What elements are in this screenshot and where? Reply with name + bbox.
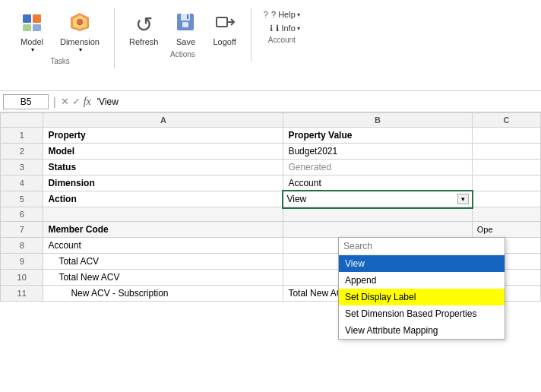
logoff-icon [214, 11, 236, 36]
svg-rect-0 [23, 14, 31, 23]
row-num-1: 1 [1, 128, 43, 144]
help-button[interactable]: ? ? Help ▾ [261, 9, 303, 20]
table-row: 6 [1, 207, 541, 222]
info-label: ℹ Info [276, 24, 295, 33]
cell-a4[interactable]: Dimension [43, 175, 283, 191]
ribbon-group-account: ? ? Help ▾ ℹ ℹ Info ▾ Account [252, 8, 312, 47]
corner-header [1, 113, 43, 128]
refresh-button[interactable]: ↺ Refresh [124, 12, 164, 49]
svg-rect-9 [181, 14, 190, 21]
ribbon: Model ▾ Dimension [0, 0, 541, 91]
table-row: 3 Status Generated [1, 160, 541, 175]
function-icon[interactable]: fx [84, 96, 91, 108]
col-header-b[interactable]: B [283, 113, 472, 128]
cell-b3[interactable]: Generated [283, 160, 472, 175]
row-num-3: 3 [1, 160, 43, 175]
row-num-10: 10 [1, 270, 43, 286]
logoff-button[interactable]: Logoff [207, 9, 241, 49]
save-button[interactable]: Save [169, 9, 201, 49]
cell-a3[interactable]: Status [43, 160, 283, 175]
table-row: 7 Member Code Ope [1, 222, 541, 238]
table-row: 2 Model Budget2021 [1, 144, 541, 160]
cancel-icon[interactable]: ✕ [61, 96, 69, 107]
cell-b6[interactable] [283, 207, 472, 222]
svg-rect-3 [33, 24, 41, 31]
cell-a6[interactable] [43, 207, 283, 222]
logoff-label: Logoff [213, 37, 236, 46]
ribbon-group-tasks: Model ▾ Dimension [6, 8, 115, 68]
cell-c3[interactable] [472, 160, 540, 175]
dropdown-items-list: View Append Set Display Label Set Dimens… [339, 255, 505, 339]
enter-icon[interactable]: ✓ [72, 96, 81, 107]
cell-a1[interactable]: Property [43, 128, 283, 144]
cell-a2[interactable]: Model [43, 144, 283, 160]
help-label: ? Help [271, 10, 296, 19]
row-num-2: 2 [1, 144, 43, 160]
model-icon [21, 11, 43, 36]
info-arrow: ▾ [297, 25, 300, 32]
actions-group-label: Actions [170, 50, 195, 58]
help-arrow: ▾ [297, 11, 300, 18]
row-num-5: 5 [1, 191, 43, 207]
model-button[interactable]: Model ▾ [15, 9, 49, 55]
dropdown-search-input[interactable] [343, 241, 500, 251]
svg-rect-12 [217, 17, 227, 27]
row-num-4: 4 [1, 175, 43, 191]
ribbon-group-actions: ↺ Refresh Save [115, 8, 252, 62]
cell-a5[interactable]: Action [43, 191, 283, 207]
formula-icons: ✕ ✓ fx [61, 96, 91, 108]
svg-rect-11 [187, 14, 188, 19]
table-row: 5 Action View ▾ [1, 191, 541, 207]
cell-b4[interactable]: Account [283, 175, 472, 191]
col-header-c[interactable]: C [472, 113, 540, 128]
dropdown-item-view-attribute-mapping[interactable]: View Attribute Mapping [339, 322, 505, 339]
dropdown-item-set-dimension-based[interactable]: Set Dimension Based Properties [339, 305, 505, 322]
cell-a11[interactable]: New ACV - Subscription [43, 286, 283, 302]
svg-rect-10 [182, 22, 188, 27]
cell-b5[interactable]: View ▾ [283, 191, 472, 207]
info-button[interactable]: ℹ ℹ Info ▾ [267, 23, 302, 34]
cell-b2[interactable]: Budget2021 [283, 144, 472, 160]
save-label: Save [176, 37, 195, 46]
action-dropdown: View Append Set Display Label Set Dimens… [338, 237, 505, 340]
row-num-6: 6 [1, 207, 43, 222]
svg-rect-1 [33, 14, 41, 23]
cell-c1[interactable] [472, 128, 540, 144]
cell-a8[interactable]: Account [43, 238, 283, 254]
cell-c6[interactable] [472, 207, 540, 222]
dimension-button[interactable]: Dimension ▾ [55, 9, 105, 55]
dropdown-item-set-display-label[interactable]: Set Display Label [339, 289, 505, 305]
model-label: Model [21, 37, 43, 46]
formula-separator: | [52, 96, 58, 108]
col-header-a[interactable]: A [43, 113, 283, 128]
cell-c7[interactable]: Ope [472, 222, 540, 238]
cell-dropdown-arrow[interactable]: ▾ [457, 194, 469, 204]
formula-bar: | ✕ ✓ fx [0, 91, 541, 112]
dropdown-item-view[interactable]: View [339, 255, 505, 272]
dimension-icon [69, 11, 90, 36]
formula-input[interactable] [94, 95, 538, 109]
tasks-group-label: Tasks [50, 57, 70, 65]
dropdown-item-append[interactable]: Append [339, 272, 505, 289]
table-row: 1 Property Property Value [1, 128, 541, 144]
account-group-label: Account [268, 36, 296, 44]
refresh-icon: ↺ [135, 14, 153, 36]
cell-c4[interactable] [472, 175, 540, 191]
cell-b5-value: View [286, 194, 306, 204]
save-icon [175, 11, 196, 36]
dimension-label: Dimension [60, 37, 100, 46]
model-arrow: ▾ [31, 46, 34, 53]
cell-reference[interactable] [3, 94, 49, 109]
refresh-label: Refresh [129, 37, 159, 46]
cell-a10[interactable]: Total New ACV [43, 270, 283, 286]
cell-c2[interactable] [472, 144, 540, 160]
row-num-11: 11 [1, 286, 43, 302]
cell-a7[interactable]: Member Code [43, 222, 283, 238]
help-icon: ? [264, 10, 268, 19]
row-num-9: 9 [1, 254, 43, 270]
dropdown-search-bar [339, 238, 505, 255]
cell-b1[interactable]: Property Value [283, 128, 472, 144]
cell-a9[interactable]: Total ACV [43, 254, 283, 270]
cell-c5[interactable] [472, 191, 540, 207]
cell-b7[interactable] [283, 222, 472, 238]
